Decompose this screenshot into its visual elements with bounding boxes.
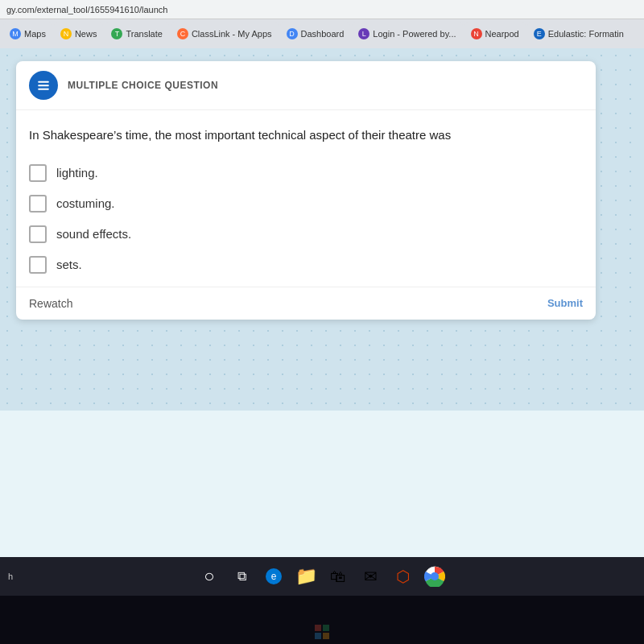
tab-icon-maps: M xyxy=(10,28,21,39)
tab-login[interactable]: LLogin - Powered by... xyxy=(352,23,462,45)
option-item-a[interactable]: lighting. xyxy=(29,164,583,182)
tab-label-classlink: ClassLink - My Apps xyxy=(192,29,272,39)
menu-icon-circle[interactable] xyxy=(29,71,58,100)
option-label-c: sound effects. xyxy=(56,227,131,241)
taskbar-left-label: h xyxy=(0,572,21,581)
edge-taskbar-icon[interactable]: e xyxy=(261,564,287,589)
tab-nearpod[interactable]: NNearpod xyxy=(464,23,526,45)
option-label-b: costuming. xyxy=(56,196,115,210)
tab-icon-login: L xyxy=(358,28,369,39)
option-item-d[interactable]: sets. xyxy=(29,256,583,274)
bottom-black-bar xyxy=(0,596,644,644)
tab-label-news: News xyxy=(75,29,97,39)
option-item-b[interactable]: costuming. xyxy=(29,195,583,213)
chrome-taskbar-icon[interactable] xyxy=(422,564,448,589)
tab-icon-translate: T xyxy=(111,28,122,39)
tab-label-edulastic: Edulastic: Formatin xyxy=(548,29,624,39)
rewatch-button[interactable]: Rewatch xyxy=(29,297,72,310)
option-checkbox-c[interactable] xyxy=(29,225,47,243)
store-taskbar-icon[interactable]: 🛍 xyxy=(325,564,351,589)
option-checkbox-a[interactable] xyxy=(29,164,47,182)
svg-point-7 xyxy=(431,572,439,580)
tab-icon-edulastic: E xyxy=(534,28,545,39)
svg-rect-2 xyxy=(38,89,49,90)
action-row: Rewatch Submit xyxy=(16,287,596,320)
svg-rect-0 xyxy=(38,81,49,83)
windows-logo-faint xyxy=(315,625,329,639)
question-header: MULTIPLE CHOICE QUESTION xyxy=(16,61,596,110)
question-card: MULTIPLE CHOICE QUESTION In Shakespeare’… xyxy=(16,61,596,320)
mail-taskbar-icon[interactable]: ✉ xyxy=(357,564,383,589)
svg-rect-1 xyxy=(38,85,49,86)
option-label-d: sets. xyxy=(56,258,82,271)
question-type-label: MULTIPLE CHOICE QUESTION xyxy=(68,80,218,91)
taskview-taskbar-icon[interactable]: ⧉ xyxy=(229,564,254,589)
taskbar-icons-center: ○ ⧉ e 📁 🛍 ✉ ⬡ xyxy=(196,564,448,589)
tab-news[interactable]: NNews xyxy=(54,23,104,45)
tab-icon-news: N xyxy=(60,28,72,39)
tab-label-login: Login - Powered by... xyxy=(373,29,456,39)
taskbar: h ○ ⧉ e 📁 🛍 ✉ ⬡ xyxy=(0,557,644,596)
tab-icon-nearpod: N xyxy=(471,28,482,39)
files-taskbar-icon[interactable]: 📁 xyxy=(293,564,319,589)
tab-dashboard[interactable]: DDashboard xyxy=(280,23,351,45)
tab-icon-dashboard: D xyxy=(287,28,298,39)
question-text: In Shakespeare’s time, the most importan… xyxy=(16,110,596,158)
tab-maps[interactable]: MMaps xyxy=(3,23,52,45)
url-text: gy.com/external_tool/1655941610/launch xyxy=(6,5,167,14)
option-item-c[interactable]: sound effects. xyxy=(29,225,583,243)
tab-label-maps: Maps xyxy=(24,29,46,39)
submit-button[interactable]: Submit xyxy=(547,297,583,309)
address-bar[interactable]: gy.com/external_tool/1655941610/launch xyxy=(0,0,644,19)
main-content: MULTIPLE CHOICE QUESTION In Shakespeare’… xyxy=(0,48,644,411)
option-checkbox-d[interactable] xyxy=(29,256,47,274)
tab-translate[interactable]: TTranslate xyxy=(105,23,168,45)
menu-icon xyxy=(36,78,51,93)
search-taskbar-icon[interactable]: ○ xyxy=(196,564,222,589)
tab-label-translate: Translate xyxy=(126,29,162,39)
option-checkbox-b[interactable] xyxy=(29,195,47,213)
tab-edulastic[interactable]: EEdulastic: Formatin xyxy=(527,23,630,45)
option-label-a: lighting. xyxy=(56,166,98,180)
office-taskbar-icon[interactable]: ⬡ xyxy=(390,564,415,589)
tab-label-dashboard: Dashboard xyxy=(301,29,345,39)
tab-label-nearpod: Nearpod xyxy=(485,29,519,39)
tab-icon-classlink: C xyxy=(177,28,188,39)
tab-classlink[interactable]: CClassLink - My Apps xyxy=(171,23,279,45)
options-list: lighting.costuming.sound effects.sets. xyxy=(16,158,596,287)
tab-bar: MMapsNNewsTTranslateCClassLink - My Apps… xyxy=(0,19,644,48)
svg-text:e: e xyxy=(271,571,277,582)
